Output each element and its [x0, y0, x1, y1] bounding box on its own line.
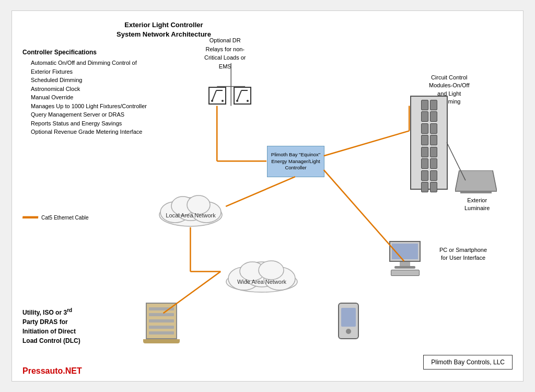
svg-text:Local Area Network: Local Area Network	[166, 212, 216, 218]
panel-row-3	[413, 147, 445, 169]
spec-item-2: Exterior Fixtures	[22, 67, 147, 76]
breaker-pair-4	[430, 123, 437, 145]
breaker	[430, 111, 437, 122]
breaker-pair-6	[430, 147, 437, 169]
spec-item-5: Manual Override	[22, 93, 147, 102]
breaker	[421, 135, 428, 145]
legend-label: Cat5 Ethernet Cable	[41, 215, 89, 221]
server-slot	[149, 331, 174, 335]
svg-point-13	[187, 195, 210, 214]
svg-line-26	[324, 131, 410, 156]
main-title: Exterior Light Controller System Network…	[117, 20, 211, 39]
keyboard	[391, 270, 420, 276]
breaker-pair-3	[421, 123, 428, 145]
spec-item-9: Optional Revenue Grade Metering Interfac…	[22, 128, 147, 136]
spec-item-4: Astronomical Clock	[22, 85, 147, 94]
label-utility: Utility, ISO or 3rdParty DRAS forInitiat…	[22, 306, 122, 345]
monitor-base	[394, 266, 415, 269]
legend: Cat5 Ethernet Cable	[22, 215, 89, 221]
phone-icon	[338, 303, 359, 339]
breaker	[430, 182, 437, 192]
phone-button	[346, 329, 351, 334]
server-slot	[149, 319, 174, 322]
svg-point-6	[236, 100, 238, 102]
spec-item-7: Query Management Server or DRAS	[22, 110, 147, 119]
server-unit	[146, 303, 177, 339]
svg-marker-22	[455, 170, 497, 191]
breaker	[430, 170, 437, 181]
breaker-pair-2	[430, 100, 437, 122]
phone-screen	[341, 308, 356, 327]
svg-line-28	[226, 177, 295, 206]
breaker	[421, 182, 428, 192]
watermark: Pressauto.NET	[22, 366, 82, 376]
breaker	[421, 111, 428, 122]
server-icon	[141, 303, 182, 355]
panel-row-1	[413, 100, 445, 122]
spec-item-6: Manages Up to 1000 Light Fixtures/Contro…	[22, 102, 147, 111]
breaker	[430, 123, 437, 134]
pc-icon	[384, 241, 426, 277]
monitor-screen	[392, 244, 418, 259]
server-slot	[149, 326, 174, 329]
label-pc: PC or Smartphonefor User Interface	[439, 246, 487, 262]
breaker	[430, 100, 437, 110]
title-line1: Exterior Light Controller	[117, 20, 211, 30]
relay-symbol-2	[234, 87, 251, 105]
page-frame: Exterior Light Controller System Network…	[11, 10, 524, 382]
breaker	[430, 147, 437, 157]
specs-section: Controller Specifications Automatic On/O…	[22, 48, 147, 136]
spec-item-8: Reports Status and Energy Savings	[22, 119, 147, 128]
legend-line-orange	[22, 217, 38, 218]
cloud-wide: Wide Area Network	[220, 251, 304, 293]
breaker-pair-7	[421, 170, 428, 192]
panel-row-4	[413, 170, 445, 192]
monitor	[389, 241, 421, 262]
server-slot	[149, 307, 174, 310]
relay-symbol-1	[208, 87, 226, 105]
panel-row-2	[413, 123, 445, 145]
watermark-text: Pressauto.NET	[22, 366, 82, 375]
breaker-pair-8	[430, 170, 437, 192]
label-optional-dr: Optional DRRelays for non-Critical Loads…	[204, 36, 246, 71]
breaker	[421, 100, 428, 110]
brand-box: Plimoth Bay Controls, LLC	[423, 355, 513, 370]
plimoth-box-text: Plimoth Bay "Equinox"Energy Manager/Ligh…	[271, 152, 320, 171]
server-base	[143, 339, 180, 343]
breaker	[421, 123, 428, 134]
breaker	[430, 158, 437, 169]
svg-text:Wide Area Network: Wide Area Network	[237, 279, 287, 285]
spec-title: Controller Specifications	[22, 48, 147, 57]
breaker	[421, 158, 428, 169]
svg-line-4	[237, 90, 241, 101]
spec-item-1: Automatic On/Off and Dimming Control of	[22, 59, 147, 67]
title-line2: System Network Architecture	[117, 30, 211, 39]
luminaire-icon	[455, 170, 497, 196]
cloud-local: Local Area Network	[154, 186, 227, 228]
svg-point-20	[259, 261, 284, 280]
server-slot	[149, 313, 174, 316]
svg-line-0	[212, 90, 216, 101]
breaker	[421, 170, 428, 181]
svg-rect-23	[460, 191, 492, 193]
breaker	[421, 147, 428, 157]
svg-point-3	[222, 100, 224, 102]
circuit-panel	[410, 96, 448, 190]
plimoth-box: Plimoth Bay "Equinox"Energy Manager/Ligh…	[267, 146, 324, 177]
brand-box-text: Plimoth Bay Controls, LLC	[431, 359, 505, 366]
monitor-stand	[400, 262, 410, 266]
svg-point-7	[247, 100, 249, 102]
breaker	[430, 135, 437, 145]
breaker-pair-5	[421, 147, 428, 169]
label-exterior: ExteriorLuminaire	[464, 197, 490, 213]
breaker-pair-1	[421, 100, 428, 122]
svg-point-2	[211, 100, 213, 102]
relay-symbols	[208, 87, 251, 105]
spec-item-3: Scheduled Dimming	[22, 76, 147, 85]
